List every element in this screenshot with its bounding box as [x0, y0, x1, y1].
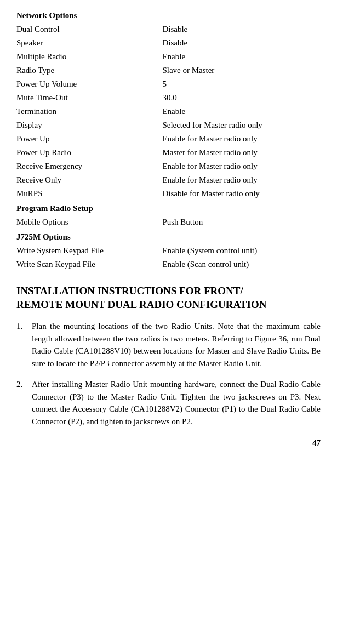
table-row: Receive EmergencyEnable for Master radio…: [16, 159, 321, 173]
list-number: 1.: [16, 320, 32, 369]
table-row: TerminationEnable: [16, 105, 321, 118]
table-row: Power Up Volume5: [16, 77, 321, 91]
option-value: Enable for Master radio only: [162, 173, 321, 187]
table-row: Power Up RadioMaster for Master radio on…: [16, 146, 321, 159]
table-row: Radio TypeSlave or Master: [16, 64, 321, 77]
option-value: Enable for Master radio only: [162, 132, 321, 146]
option-value: Disable: [162, 36, 321, 50]
option-label: Multiple Radio: [16, 50, 162, 64]
option-label: Speaker: [16, 36, 162, 50]
table-row: Multiple RadioEnable: [16, 50, 321, 64]
list-text: Plan the mounting locations of the two R…: [32, 320, 321, 369]
table-row: Dual ControlDisable: [16, 22, 321, 36]
page-content: Network Options Dual ControlDisableSpeak…: [16, 11, 321, 448]
table-row: MuRPSDisable for Master radio only: [16, 187, 321, 201]
option-value: Enable (Scan control unit): [162, 258, 321, 271]
list-text: After installing Master Radio Unit mount…: [32, 378, 321, 428]
option-label: Termination: [16, 105, 162, 118]
option-label: Power Up: [16, 132, 162, 146]
option-value: Enable (System control unit): [162, 244, 321, 258]
option-label: Dual Control: [16, 22, 162, 36]
option-label: Receive Emergency: [16, 159, 162, 173]
option-value: Master for Master radio only: [162, 146, 321, 159]
option-label: MuRPS: [16, 187, 162, 201]
table-row: Write System Keypad FileEnable (System c…: [16, 244, 321, 258]
table-row: Mute Time-Out30.0: [16, 91, 321, 105]
option-label: Receive Only: [16, 173, 162, 187]
network-options-section: Network Options Dual ControlDisableSpeak…: [16, 11, 321, 201]
option-label: Mobile Options: [16, 215, 162, 229]
option-value: Selected for Master radio only: [162, 118, 321, 132]
option-label: Write System Keypad File: [16, 244, 162, 258]
option-value: 30.0: [162, 91, 321, 105]
option-label: Mute Time-Out: [16, 91, 162, 105]
list-item: 2.After installing Master Radio Unit mou…: [16, 378, 321, 428]
installation-steps-list: 1.Plan the mounting locations of the two…: [16, 320, 321, 428]
option-label: Radio Type: [16, 64, 162, 77]
option-value: Enable: [162, 50, 321, 64]
table-row: Power UpEnable for Master radio only: [16, 132, 321, 146]
list-number: 2.: [16, 378, 32, 428]
option-value: Enable: [162, 105, 321, 118]
option-value: Enable for Master radio only: [162, 159, 321, 173]
option-label: Write Scan Keypad File: [16, 258, 162, 271]
j725m-options-section: J725M Options Write System Keypad FileEn…: [16, 232, 321, 271]
option-value: 5: [162, 77, 321, 91]
table-row: Mobile OptionsPush Button: [16, 215, 321, 229]
option-label: Power Up Volume: [16, 77, 162, 91]
option-label: Power Up Radio: [16, 146, 162, 159]
program-radio-setup-heading: Program Radio Setup: [16, 204, 321, 213]
page-number: 47: [16, 438, 321, 448]
list-item: 1.Plan the mounting locations of the two…: [16, 320, 321, 369]
program-radio-setup-table: Mobile OptionsPush Button: [16, 215, 321, 229]
j725m-options-table: Write System Keypad FileEnable (System c…: [16, 244, 321, 271]
option-label: Display: [16, 118, 162, 132]
table-row: DisplaySelected for Master radio only: [16, 118, 321, 132]
installation-heading: INSTALLATION INSTRUCTIONS FOR FRONT/REMO…: [16, 284, 321, 311]
option-value: Slave or Master: [162, 64, 321, 77]
network-options-heading: Network Options: [16, 11, 321, 20]
table-row: Write Scan Keypad FileEnable (Scan contr…: [16, 258, 321, 271]
option-value: Push Button: [162, 215, 321, 229]
table-row: Receive OnlyEnable for Master radio only: [16, 173, 321, 187]
program-radio-setup-section: Program Radio Setup Mobile OptionsPush B…: [16, 204, 321, 229]
option-value: Disable for Master radio only: [162, 187, 321, 201]
table-row: SpeakerDisable: [16, 36, 321, 50]
j725m-options-heading: J725M Options: [16, 232, 321, 242]
option-value: Disable: [162, 22, 321, 36]
network-options-table: Dual ControlDisableSpeakerDisableMultipl…: [16, 22, 321, 201]
